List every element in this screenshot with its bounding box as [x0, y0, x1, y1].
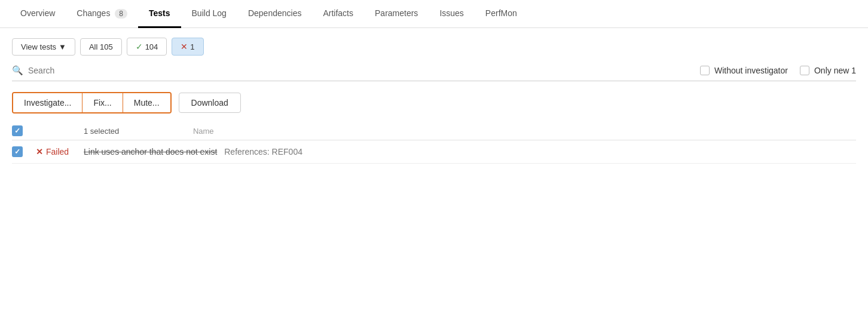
row-check-col: ✓ — [12, 146, 36, 157]
tab-artifacts[interactable]: Artifacts — [312, 0, 364, 28]
tab-artifacts-label: Artifacts — [323, 8, 353, 18]
check-icon: ✓ — [136, 42, 143, 51]
header-name-col: 1 selected Name — [84, 127, 856, 136]
passed-tests-button[interactable]: ✓ 104 — [127, 38, 167, 56]
search-right: Without investigator Only new 1 — [700, 66, 856, 75]
without-investigator-text: Without investigator — [714, 66, 788, 75]
view-tests-label: View tests — [21, 42, 56, 51]
header-check-col: ✓ — [12, 125, 36, 136]
search-input[interactable] — [28, 66, 207, 75]
mute-label: Mute... — [134, 98, 160, 108]
tab-changes[interactable]: Changes 8 — [66, 0, 138, 28]
tab-issues[interactable]: Issues — [429, 0, 474, 28]
tab-tests-label: Tests — [149, 8, 170, 18]
select-all-checkbox[interactable]: ✓ — [12, 125, 23, 136]
investigate-button[interactable]: Investigate... — [13, 93, 82, 112]
only-new-text: Only new 1 — [814, 66, 856, 75]
tab-dependencies[interactable]: Dependencies — [237, 0, 313, 28]
passed-count: 104 — [145, 42, 158, 51]
action-row: Investigate... Fix... Mute... Download — [12, 92, 856, 113]
tab-dependencies-label: Dependencies — [248, 8, 302, 18]
main-content: View tests ▼ All 105 ✓ 104 ✕ 1 🔍 Without… — [0, 28, 868, 173]
selected-label: 1 selected — [84, 127, 119, 136]
row-status-col: ✕ Failed — [36, 147, 84, 156]
only-new-checkbox[interactable] — [800, 66, 809, 75]
tab-overview[interactable]: Overview — [10, 0, 66, 28]
tab-changes-badge: 8 — [115, 9, 127, 19]
tab-overview-label: Overview — [20, 8, 55, 18]
download-label: Download — [191, 98, 228, 108]
table-row: ✓ ✕ Failed Link uses anchor that does no… — [12, 140, 856, 164]
only-new-label[interactable]: Only new 1 — [800, 66, 856, 75]
tab-issues-label: Issues — [439, 8, 463, 18]
filter-row: View tests ▼ All 105 ✓ 104 ✕ 1 — [12, 38, 856, 56]
table-header-row: ✓ 1 selected Name — [12, 122, 856, 140]
test-name[interactable]: Link uses anchor that does not exist — [84, 147, 217, 156]
fix-label: Fix... — [93, 98, 111, 108]
search-row: 🔍 Without investigator Only new 1 — [12, 65, 856, 81]
download-button[interactable]: Download — [179, 93, 241, 113]
fix-button[interactable]: Fix... — [82, 93, 123, 112]
status-failed-label: Failed — [46, 147, 69, 156]
tab-tests[interactable]: Tests — [138, 0, 181, 28]
search-icon: 🔍 — [12, 65, 23, 76]
without-investigator-label[interactable]: Without investigator — [700, 66, 788, 75]
mute-button[interactable]: Mute... — [123, 93, 170, 112]
check-mark-icon: ✓ — [14, 127, 20, 135]
row-name-col: Link uses anchor that does not exist Ref… — [84, 147, 856, 156]
name-column-label: Name — [193, 127, 214, 136]
tab-changes-label: Changes — [77, 8, 110, 18]
all-tests-button[interactable]: All 105 — [80, 38, 122, 56]
action-group: Investigate... Fix... Mute... — [12, 92, 172, 113]
tab-parameters[interactable]: Parameters — [364, 0, 429, 28]
tab-perfmon-label: PerfMon — [485, 8, 517, 18]
failed-tests-button[interactable]: ✕ 1 — [172, 38, 203, 56]
tab-parameters-label: Parameters — [375, 8, 418, 18]
all-tests-label: All 105 — [89, 42, 113, 51]
chevron-down-icon: ▼ — [59, 42, 66, 51]
view-tests-button[interactable]: View tests ▼ — [12, 38, 75, 56]
tab-perfmon[interactable]: PerfMon — [475, 0, 528, 28]
search-left: 🔍 — [12, 65, 700, 76]
row-check-mark-icon: ✓ — [14, 148, 20, 156]
tab-build-log[interactable]: Build Log — [181, 0, 237, 28]
nav-tabs: Overview Changes 8 Tests Build Log Depen… — [0, 0, 868, 28]
x-icon: ✕ — [181, 42, 188, 51]
failed-count: 1 — [190, 42, 194, 51]
row-checkbox[interactable]: ✓ — [12, 146, 23, 157]
without-investigator-checkbox[interactable] — [700, 66, 710, 75]
tab-build-log-label: Build Log — [192, 8, 227, 18]
status-x-icon: ✕ — [36, 147, 43, 156]
test-refs: References: REF004 — [224, 147, 302, 156]
investigate-label: Investigate... — [24, 98, 71, 108]
